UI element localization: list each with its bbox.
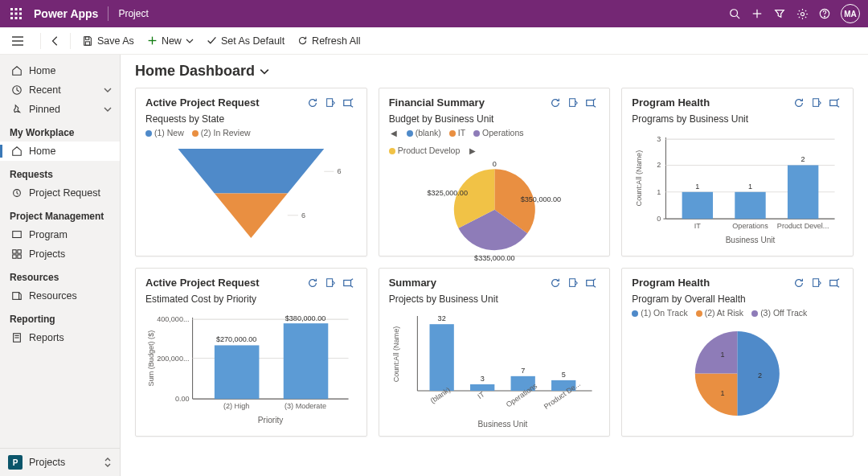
expand-icon[interactable] — [825, 277, 843, 289]
plus-icon — [147, 35, 158, 46]
refresh-all-button[interactable]: Refresh All — [291, 29, 366, 53]
card-title: Program Health — [632, 277, 710, 289]
expand-icon[interactable] — [582, 97, 600, 109]
refresh-icon[interactable] — [790, 277, 808, 289]
refresh-icon — [297, 35, 308, 46]
funnel-chart[interactable]: 6 6 — [145, 137, 357, 249]
nav-resources[interactable]: Resources — [0, 286, 120, 306]
nav-reports[interactable]: Reports — [0, 328, 120, 347]
pie-chart[interactable]: 2 1 1 — [632, 318, 843, 429]
group-resources: Resources — [0, 264, 120, 286]
nav-projects[interactable]: Projects — [0, 244, 120, 264]
new-button[interactable]: New — [141, 29, 200, 53]
view-records-icon[interactable] — [321, 97, 339, 109]
user-avatar[interactable]: MA — [841, 4, 860, 23]
view-records-icon[interactable] — [564, 277, 582, 289]
legend-label: (1) New — [154, 128, 184, 137]
app-launcher-icon[interactable] — [8, 6, 24, 22]
set-default-button[interactable]: Set As Default — [200, 29, 291, 53]
back-icon[interactable] — [46, 35, 65, 47]
svg-rect-8 — [19, 17, 22, 19]
nav-project-request[interactable]: Project Request — [0, 183, 120, 203]
nav-program[interactable]: Program — [0, 225, 120, 244]
svg-rect-4 — [15, 13, 18, 15]
chevron-down-icon — [260, 67, 269, 76]
svg-text:$380,000.00: $380,000.00 — [285, 314, 326, 322]
refresh-icon[interactable] — [304, 97, 321, 109]
legend-label: (blank) — [416, 128, 441, 137]
svg-text:Business Unit: Business Unit — [477, 420, 527, 429]
legend-label: (3) Off Track — [760, 308, 807, 318]
svg-rect-6 — [10, 17, 13, 19]
save-as-button[interactable]: Save As — [76, 29, 141, 53]
svg-text:7: 7 — [521, 367, 525, 375]
area-switcher[interactable]: P Projects — [0, 448, 120, 476]
card-title: Program Health — [632, 96, 710, 109]
svg-line-10 — [737, 16, 740, 19]
svg-rect-31 — [13, 293, 19, 300]
view-records-icon[interactable] — [564, 97, 582, 109]
left-nav: Home Recent Pinned My Workplace Home Req… — [0, 55, 121, 476]
expand-icon[interactable] — [825, 97, 843, 109]
svg-rect-20 — [85, 41, 89, 44]
legend-label: (2) In Review — [201, 128, 251, 137]
legend-prev-icon[interactable]: ◀ — [389, 129, 399, 137]
search-icon[interactable] — [723, 2, 746, 25]
legend-label: (2) At Risk — [705, 308, 743, 318]
help-icon[interactable] — [813, 2, 836, 25]
view-records-icon[interactable] — [321, 277, 339, 289]
chevron-down-icon — [186, 37, 194, 45]
nav-program-label: Program — [29, 229, 68, 240]
view-records-icon[interactable] — [808, 97, 825, 109]
legend-next-icon[interactable]: ▶ — [468, 146, 477, 155]
svg-rect-7 — [15, 17, 18, 19]
card-title: Active Project Request — [145, 277, 260, 289]
svg-rect-66 — [788, 165, 818, 219]
nav-recent[interactable]: Recent — [0, 80, 120, 100]
svg-text:Priority: Priority — [258, 416, 284, 425]
card-budget-by-bu: Financial Summary Budget by Business Uni… — [379, 88, 611, 256]
expand-icon[interactable] — [582, 277, 600, 289]
add-icon[interactable] — [746, 2, 768, 25]
expand-icon[interactable] — [339, 97, 357, 109]
refresh-icon[interactable] — [547, 277, 564, 289]
bar-chart[interactable]: Count:All (Name) 0 1 2 3 1 1 2 IT Operat… — [632, 128, 843, 253]
svg-text:Sum (Budget) ($): Sum (Budget) ($) — [147, 330, 155, 387]
svg-text:$350,000.00: $350,000.00 — [520, 195, 560, 203]
nav-home[interactable]: Home — [0, 61, 120, 80]
card-title: Active Project Request — [145, 96, 260, 109]
svg-rect-82 — [215, 345, 260, 399]
bar-chart[interactable]: Count:All (Name) 32 3 7 5 (blank) IT Ope… — [389, 308, 600, 433]
svg-text:2: 2 — [801, 155, 805, 163]
pie-chart[interactable]: 0 $350,000.00 $335,000.00 $325,000.00 — [389, 155, 600, 264]
svg-rect-2 — [19, 8, 22, 10]
bar-chart[interactable]: Sum (Budget) ($) 0.00 200,000... 400,000… — [145, 308, 357, 433]
nav-resources-label: Resources — [29, 290, 77, 302]
refresh-icon[interactable] — [790, 97, 808, 109]
svg-rect-90 — [587, 280, 594, 285]
expand-icon[interactable] — [339, 277, 357, 289]
svg-rect-89 — [570, 278, 575, 286]
svg-rect-30 — [18, 255, 21, 258]
save-icon — [82, 35, 93, 47]
save-as-label: Save As — [97, 35, 134, 47]
svg-text:32: 32 — [437, 314, 445, 322]
svg-rect-96 — [470, 384, 494, 391]
nav-workplace-home[interactable]: Home — [0, 142, 120, 161]
svg-rect-36 — [343, 100, 350, 105]
refresh-icon[interactable] — [547, 97, 564, 109]
nav-pinned[interactable]: Pinned — [0, 100, 120, 119]
view-records-icon[interactable] — [808, 277, 825, 289]
hamburger-icon[interactable] — [6, 36, 29, 46]
card-subtitle: Projects by Business Unit — [389, 293, 600, 305]
card-requests-by-state: Active Project Request Requests by State… — [135, 88, 367, 256]
refresh-icon[interactable] — [304, 277, 321, 289]
svg-text:2: 2 — [657, 161, 661, 169]
svg-rect-25 — [13, 232, 22, 238]
check-icon — [207, 35, 217, 46]
page-title-row[interactable]: Home Dashboard — [135, 63, 854, 80]
clock-icon — [11, 84, 23, 96]
svg-rect-73 — [343, 280, 350, 285]
settings-icon[interactable] — [791, 2, 813, 25]
filter-icon[interactable] — [768, 2, 791, 25]
